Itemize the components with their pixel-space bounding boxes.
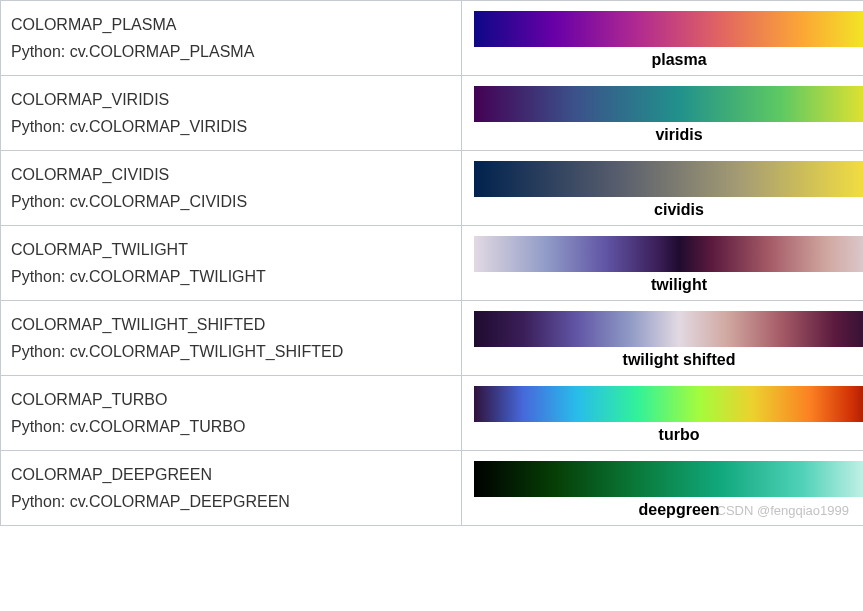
python-name: Python: cv.COLORMAP_PLASMA xyxy=(11,38,451,65)
cell-name: COLORMAP_VIRIDIS Python: cv.COLORMAP_VIR… xyxy=(1,76,462,151)
colormap-swatch xyxy=(474,161,863,197)
enum-name: COLORMAP_TWILIGHT_SHIFTED xyxy=(11,311,451,338)
colormap-table: COLORMAP_PLASMA Python: cv.COLORMAP_PLAS… xyxy=(0,0,863,526)
colormap-swatch xyxy=(474,386,863,422)
colormap-caption: cividis xyxy=(474,201,863,219)
colormap-swatch xyxy=(474,461,863,497)
colormap-swatch xyxy=(474,11,863,47)
table-row: COLORMAP_CIVIDIS Python: cv.COLORMAP_CIV… xyxy=(1,151,864,226)
colormap-swatch xyxy=(474,311,863,347)
colormap-caption: turbo xyxy=(474,426,863,444)
colormap-caption: twilight shifted xyxy=(474,351,863,369)
colormap-caption: plasma xyxy=(474,51,863,69)
enum-name: COLORMAP_CIVIDIS xyxy=(11,161,451,188)
python-name: Python: cv.COLORMAP_CIVIDIS xyxy=(11,188,451,215)
cell-swatch: turbo xyxy=(462,376,864,451)
cell-name: COLORMAP_DEEPGREEN Python: cv.COLORMAP_D… xyxy=(1,451,462,526)
python-name: Python: cv.COLORMAP_TWILIGHT xyxy=(11,263,451,290)
table-row: COLORMAP_VIRIDIS Python: cv.COLORMAP_VIR… xyxy=(1,76,864,151)
cell-name: COLORMAP_TWILIGHT Python: cv.COLORMAP_TW… xyxy=(1,226,462,301)
cell-name: COLORMAP_TURBO Python: cv.COLORMAP_TURBO xyxy=(1,376,462,451)
table-row: COLORMAP_TURBO Python: cv.COLORMAP_TURBO… xyxy=(1,376,864,451)
enum-name: COLORMAP_VIRIDIS xyxy=(11,86,451,113)
cell-swatch: twilight xyxy=(462,226,864,301)
cell-swatch: plasma xyxy=(462,1,864,76)
enum-name: COLORMAP_TWILIGHT xyxy=(11,236,451,263)
cell-swatch: cividis xyxy=(462,151,864,226)
table-row: COLORMAP_TWILIGHT_SHIFTED Python: cv.COL… xyxy=(1,301,864,376)
table-row: COLORMAP_PLASMA Python: cv.COLORMAP_PLAS… xyxy=(1,1,864,76)
python-name: Python: cv.COLORMAP_DEEPGREEN xyxy=(11,488,451,515)
enum-name: COLORMAP_TURBO xyxy=(11,386,451,413)
cell-swatch: viridis xyxy=(462,76,864,151)
colormap-swatch xyxy=(474,86,863,122)
cell-name: COLORMAP_CIVIDIS Python: cv.COLORMAP_CIV… xyxy=(1,151,462,226)
python-name: Python: cv.COLORMAP_VIRIDIS xyxy=(11,113,451,140)
enum-name: COLORMAP_PLASMA xyxy=(11,11,451,38)
table-row: COLORMAP_DEEPGREEN Python: cv.COLORMAP_D… xyxy=(1,451,864,526)
colormap-swatch xyxy=(474,236,863,272)
cell-swatch: twilight shifted xyxy=(462,301,864,376)
colormap-caption: deepgreen xyxy=(474,501,863,519)
cell-swatch: deepgreen xyxy=(462,451,864,526)
python-name: Python: cv.COLORMAP_TWILIGHT_SHIFTED xyxy=(11,338,451,365)
python-name: Python: cv.COLORMAP_TURBO xyxy=(11,413,451,440)
colormap-caption: twilight xyxy=(474,276,863,294)
cell-name: COLORMAP_TWILIGHT_SHIFTED Python: cv.COL… xyxy=(1,301,462,376)
table-row: COLORMAP_TWILIGHT Python: cv.COLORMAP_TW… xyxy=(1,226,864,301)
colormap-caption: viridis xyxy=(474,126,863,144)
cell-name: COLORMAP_PLASMA Python: cv.COLORMAP_PLAS… xyxy=(1,1,462,76)
enum-name: COLORMAP_DEEPGREEN xyxy=(11,461,451,488)
